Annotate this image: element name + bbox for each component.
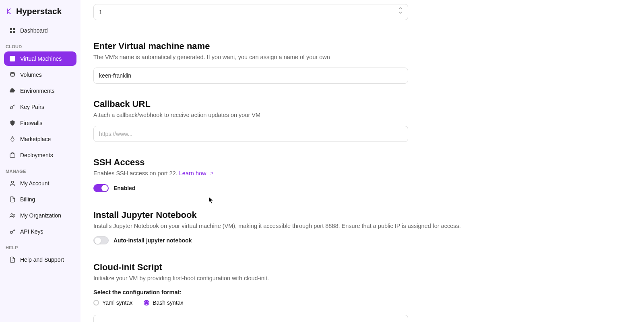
sidebar-item-label: Environments [20,88,55,94]
sidebar-item-label: Billing [20,196,35,203]
quantity-input[interactable] [93,4,408,20]
sidebar-item-volumes[interactable]: Volumes [4,68,76,82]
sidebar-item-label: Help and Support [20,256,64,263]
sidebar-item-my-account[interactable]: My Account [4,176,76,191]
svg-point-10 [11,181,13,183]
radio-label: Yaml syntax [102,299,132,306]
link-text: Learn how [179,170,208,176]
callback-input[interactable] [93,126,408,142]
cloudinit-format-radio-group: Yaml syntax Bash syntax [93,299,456,306]
sidebar-item-label: Virtual Machines [20,55,62,62]
cloudinit-script-area[interactable] [93,315,408,322]
ssh-toggle[interactable] [93,184,109,192]
cloudinit-desc: Initialize your VM by providing first-bo… [93,274,456,282]
file-icon [9,196,16,203]
sidebar: Hyperstack Dashboard CLOUD Virtual Machi… [0,0,80,322]
sidebar-section-manage: MANAGE [4,164,76,176]
vm-name-desc: The VM's name is automatically generated… [93,53,456,61]
svg-point-11 [11,213,12,215]
volumes-icon [9,71,16,78]
radio-bash-syntax[interactable]: Bash syntax [144,299,183,306]
jupyter-desc: Installs Jupyter Notebook on your virtua… [93,222,536,230]
jupyter-title: Install Jupyter Notebook [93,210,536,220]
sidebar-item-dashboard[interactable]: Dashboard [4,23,76,38]
ssh-desc: Enables SSH access on port 22. Learn how [93,169,456,178]
doc-icon [9,256,16,263]
radio-dot-icon [93,300,99,306]
sidebar-item-label: My Account [20,180,49,187]
sidebar-item-api-keys[interactable]: API Keys [4,224,76,239]
jupyter-toggle[interactable] [93,236,109,244]
store-icon [9,135,16,143]
svg-rect-0 [10,28,12,30]
sidebar-item-key-pairs[interactable]: Key Pairs [4,100,76,114]
sidebar-item-environments[interactable]: Environments [4,84,76,98]
svg-rect-1 [13,28,15,30]
sidebar-item-label: API Keys [20,228,43,235]
svg-rect-9 [10,154,15,158]
vm-icon [9,55,16,62]
cloud-icon [9,87,16,94]
key-icon [9,103,16,111]
callback-title: Callback URL [93,99,456,109]
vm-name-title: Enter Virtual machine name [93,41,456,51]
external-link-icon [209,170,214,178]
ssh-title: SSH Access [93,157,456,168]
sidebar-item-help-support[interactable]: Help and Support [4,252,76,267]
callback-desc: Attach a callback/webhook to receive act… [93,111,456,119]
sidebar-item-virtual-machines[interactable]: Virtual Machines [4,51,76,66]
users-icon [9,212,16,219]
sidebar-item-label: My Organization [20,212,61,219]
svg-point-12 [13,214,14,215]
ssh-toggle-label: Enabled [114,185,135,191]
cloudinit-title: Cloud-init Script [93,262,456,273]
svg-rect-2 [10,31,12,33]
chevron-down-icon[interactable] [398,10,402,14]
user-icon [9,180,16,187]
sidebar-item-label: Key Pairs [20,104,44,110]
svg-rect-5 [11,57,14,60]
sidebar-item-firewalls[interactable]: Firewalls [4,116,76,130]
ssh-desc-text: Enables SSH access on port 22. [93,170,179,176]
svg-rect-3 [13,31,15,33]
sidebar-item-billing[interactable]: Billing [4,192,76,207]
sidebar-item-deployments[interactable]: Deployments [4,148,76,162]
sidebar-item-label: Deployments [20,152,53,158]
sidebar-item-label: Volumes [20,72,42,78]
cloudinit-select-label: Select the configuration format: [93,289,456,295]
radio-yaml-syntax[interactable]: Yaml syntax [93,299,132,306]
quantity-spinner[interactable] [398,6,405,14]
svg-point-8 [11,138,14,141]
sidebar-item-marketplace[interactable]: Marketplace [4,132,76,146]
chevron-up-icon[interactable] [398,6,402,10]
radio-label: Bash syntax [153,299,183,306]
sidebar-section-help: HELP [4,240,76,252]
dashboard-icon [9,27,16,34]
svg-point-7 [10,107,12,109]
main-content: Enter Virtual machine name The VM's name… [80,0,644,322]
brand-logo-icon [6,8,13,15]
radio-dot-icon [144,300,149,306]
svg-point-6 [10,72,15,74]
brand-name: Hyperstack [16,6,62,16]
sidebar-item-label: Dashboard [20,27,48,34]
vm-name-input[interactable] [93,68,408,84]
sidebar-item-label: Marketplace [20,136,51,142]
sidebar-item-my-organization[interactable]: My Organization [4,208,76,223]
shield-icon [9,119,16,127]
sidebar-section-cloud: CLOUD [4,39,76,51]
jupyter-toggle-label: Auto-install jupyter notebook [114,237,192,244]
ssh-learn-how-link[interactable]: Learn how [179,170,214,176]
key-icon [9,228,16,235]
briefcase-icon [9,152,16,159]
sidebar-item-label: Firewalls [20,120,42,126]
svg-point-13 [10,231,12,233]
brand[interactable]: Hyperstack [4,5,76,23]
